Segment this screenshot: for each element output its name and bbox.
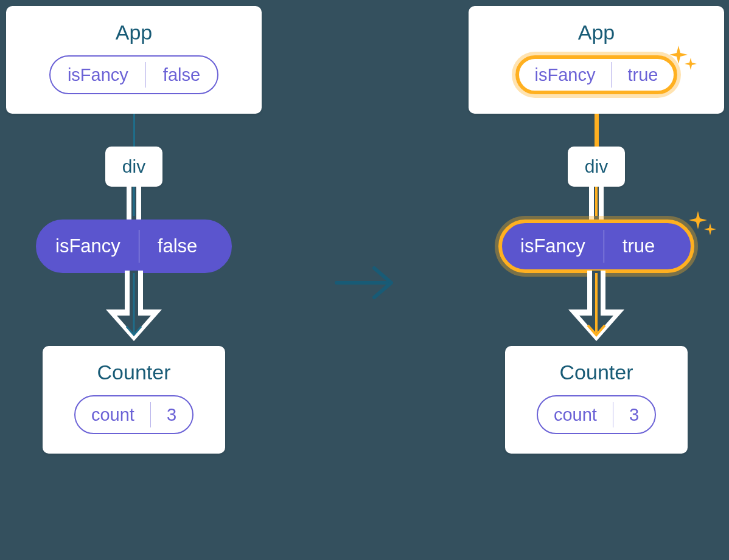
app-component-card: App isFancy true bbox=[469, 6, 724, 114]
counter-component-card: Counter count 3 bbox=[43, 346, 225, 454]
transition-arrow-icon bbox=[332, 258, 405, 307]
counter-component-card: Counter count 3 bbox=[505, 346, 688, 454]
state-value: 3 bbox=[151, 396, 192, 433]
app-title: App bbox=[486, 21, 707, 44]
sparkle-icon bbox=[668, 44, 698, 75]
prop-value: true bbox=[604, 223, 673, 269]
tree-before: App isFancy false div isFancy false bbox=[6, 6, 262, 454]
state-key: isFancy bbox=[51, 57, 145, 93]
connector-line-highlighted bbox=[595, 114, 599, 147]
flow-arrow-highlighted-icon bbox=[554, 271, 639, 348]
app-title: App bbox=[23, 21, 245, 44]
state-key: isFancy bbox=[519, 59, 612, 91]
div-node-card: div bbox=[568, 147, 625, 187]
app-component-card: App isFancy false bbox=[6, 6, 262, 114]
counter-state-pill: count 3 bbox=[74, 395, 194, 434]
div-label: div bbox=[122, 156, 145, 177]
counter-title: Counter bbox=[522, 361, 671, 384]
counter-state-pill: count 3 bbox=[537, 395, 656, 434]
div-node-card: div bbox=[105, 147, 162, 187]
prop-flow-arrow-highlighted-icon bbox=[578, 185, 615, 222]
prop-key: isFancy bbox=[37, 221, 139, 272]
state-value: true bbox=[612, 59, 674, 91]
prop-pill: isFancy false bbox=[36, 220, 232, 273]
state-value: 3 bbox=[613, 396, 655, 433]
prop-key: isFancy bbox=[502, 223, 604, 269]
counter-title: Counter bbox=[60, 361, 208, 384]
div-label: div bbox=[585, 156, 608, 177]
app-state-pill: isFancy false bbox=[49, 55, 218, 94]
state-key: count bbox=[538, 396, 613, 433]
prop-value: false bbox=[139, 221, 215, 272]
prop-flow-arrow-icon bbox=[116, 185, 152, 222]
state-key: count bbox=[75, 396, 150, 433]
tree-after: App isFancy true div isFancy true bbox=[469, 6, 724, 454]
flow-arrow-icon bbox=[91, 271, 176, 348]
prop-pill-highlighted: isFancy true bbox=[498, 220, 694, 273]
connector-line bbox=[133, 114, 135, 147]
app-state-pill-highlighted: isFancy true bbox=[515, 55, 678, 94]
state-value: false bbox=[146, 57, 217, 93]
sparkle-icon bbox=[687, 210, 717, 240]
